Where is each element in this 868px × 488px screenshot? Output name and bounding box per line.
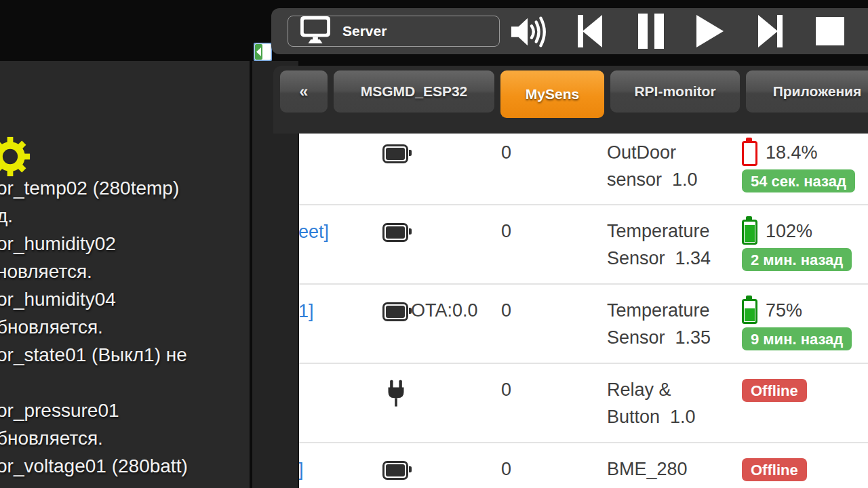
log-line: бновляется. xyxy=(0,428,250,455)
last-seen-badge: 54 сек. назад xyxy=(742,169,855,192)
child-count: 0 xyxy=(501,142,511,163)
sensor-version: Button 1.0 xyxy=(607,407,696,428)
sensor-table: 0 OutDoor sensor 1.0 18.4% 54 сек. назад… xyxy=(298,134,868,488)
play-icon[interactable] xyxy=(695,14,725,51)
sensor-name: BME_280 xyxy=(607,459,688,480)
node-link[interactable]: ] xyxy=(298,460,304,481)
battery-icon xyxy=(382,461,408,480)
gear-icon xyxy=(0,136,31,180)
battery-icon xyxy=(382,302,408,321)
sensor-row-temp135: 1] OTA:0.0 0 Temperature Sensor 1.35 75%… xyxy=(299,283,868,363)
log-line: or_humidity04 xyxy=(0,289,250,317)
battery-icon xyxy=(382,144,408,163)
sensor-name: Relay & xyxy=(607,380,671,401)
battery-percent: 18.4% xyxy=(766,142,818,163)
log-line: or_temp02 (280temp) xyxy=(0,178,250,205)
sensor-name: OutDoor xyxy=(607,142,676,163)
server-button[interactable]: Server xyxy=(288,16,500,47)
log-line xyxy=(0,372,250,400)
sensor-version: Sensor 1.35 xyxy=(607,327,711,348)
log-line: новляется. xyxy=(0,261,250,289)
sensor-version: Sensor 1.34 xyxy=(607,248,711,269)
sensor-version: sensor 1.0 xyxy=(607,169,698,190)
tab-rpi-monitor[interactable]: RPI-monitor xyxy=(610,70,740,113)
tab-prilozheniya[interactable]: Приложения xyxy=(746,70,868,113)
battery-level-icon xyxy=(742,141,757,166)
child-count: 0 xyxy=(501,380,511,401)
child-count: 0 xyxy=(501,221,511,242)
skip-next-icon[interactable] xyxy=(757,14,784,51)
tab-collapse-back[interactable]: « xyxy=(280,70,328,113)
battery-level-icon xyxy=(742,299,757,324)
log-line: бновляется. xyxy=(0,317,250,344)
last-seen-badge: 9 мин. назад xyxy=(742,327,852,350)
battery-percent: 102% xyxy=(766,221,812,242)
battery-icon xyxy=(382,223,408,242)
sensor-name: Temperature xyxy=(607,300,710,321)
sensor-row-temp134: eet] 0 Temperature Sensor 1.34 102% 2 ми… xyxy=(299,204,868,283)
ota-version: OTA:0.0 xyxy=(411,300,478,321)
skip-previous-icon[interactable] xyxy=(576,14,604,51)
child-count: 0 xyxy=(501,459,511,480)
battery-percent: 75% xyxy=(766,300,802,321)
node-link[interactable]: 1] xyxy=(298,301,314,322)
log-line: or_voltage01 (280batt) xyxy=(0,455,250,483)
sensor-row-relay: 0 Relay & Button 1.0 Offline xyxy=(299,363,868,442)
monitor-icon xyxy=(300,16,331,47)
child-count: 0 xyxy=(501,300,511,321)
server-button-label: Server xyxy=(342,23,387,39)
log-line: д. xyxy=(0,205,250,233)
node-link[interactable]: eet] xyxy=(298,222,329,243)
tab-mysens-active[interactable]: MySens xyxy=(500,70,604,118)
tab-bar: « MSGMD_ESP32 MySens RPI-monitor Приложе… xyxy=(273,66,868,134)
log-line: or_state01 (Выкл1) не xyxy=(0,344,250,372)
volume-icon[interactable] xyxy=(510,14,549,52)
sensor-row-bme280: ] 0 BME_280 Sensor 1.52 Offline xyxy=(299,442,868,488)
sensor-name: Temperature xyxy=(607,221,710,242)
log-lines: or_temp02 (280temp) д. or_humidity02 нов… xyxy=(0,178,250,488)
sidebar-log: or_temp02 (280temp) д. or_humidity02 нов… xyxy=(0,61,250,488)
last-seen-badge: 2 мин. назад xyxy=(742,248,852,271)
collapse-panel-icon[interactable] xyxy=(254,43,272,61)
tab-msgmd-esp32[interactable]: MSGMD_ESP32 xyxy=(334,70,494,113)
offline-badge: Offline xyxy=(742,458,807,481)
log-line: or_pressure01 xyxy=(0,400,250,428)
offline-badge: Offline xyxy=(742,379,807,402)
sensor-row-outdoor: 0 OutDoor sensor 1.0 18.4% 54 сек. назад xyxy=(299,134,868,204)
log-line: or_humidity02 xyxy=(0,233,250,261)
battery-level-icon xyxy=(742,220,757,245)
stop-icon[interactable] xyxy=(816,17,844,48)
pause-icon[interactable] xyxy=(635,14,667,52)
plug-icon xyxy=(386,378,406,413)
media-toolbar: Server xyxy=(271,8,868,54)
